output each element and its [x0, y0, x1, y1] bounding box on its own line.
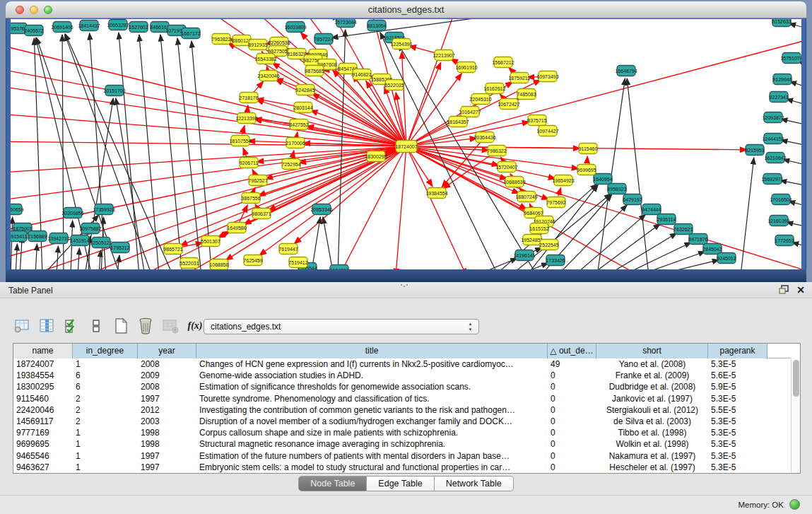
- network-node[interactable]: 7632621: [673, 224, 693, 235]
- network-node[interactable]: 8471876: [688, 234, 707, 245]
- network-node[interactable]: 9129946: [772, 74, 792, 85]
- network-node[interactable]: 17016504: [770, 194, 792, 205]
- network-node[interactable]: 5501307: [201, 236, 220, 247]
- tab-node-table[interactable]: Node Table: [298, 476, 367, 491]
- network-node[interactable]: 3915411: [11, 231, 27, 242]
- network-node[interactable]: 2935114: [657, 214, 676, 225]
- network-node[interactable]: 9474444: [642, 204, 661, 215]
- network-node[interactable]: 5522031: [180, 258, 199, 269]
- network-canvas[interactable]: 1953764240557220691406184144371065328715…: [11, 19, 801, 269]
- network-node[interactable]: 12213398: [235, 113, 257, 124]
- network-node[interactable]: 1733426: [546, 255, 565, 266]
- network-node[interactable]: 15692971: [761, 174, 783, 185]
- new-column-icon[interactable]: [112, 317, 130, 335]
- table-selector-dropdown[interactable]: citations_edges.txt ▲▼: [204, 319, 479, 334]
- network-node[interactable]: 18414437: [78, 21, 100, 31]
- network-node[interactable]: 1527602: [129, 22, 148, 33]
- delete-table-icon[interactable]: [161, 317, 180, 335]
- network-node[interactable]: 30975887: [79, 223, 101, 234]
- network-node[interactable]: 1667172: [181, 28, 200, 39]
- close-icon[interactable]: ✕: [796, 284, 805, 296]
- panel-resize-grip[interactable]: [400, 284, 408, 288]
- network-node[interactable]: 2803144: [293, 103, 312, 113]
- tab-edge-table[interactable]: Edge Table: [367, 476, 434, 491]
- network-node[interactable]: 1640954: [593, 174, 612, 185]
- column-header-out_degree[interactable]: △ out_de…: [548, 344, 596, 358]
- network-node[interactable]: 3867556: [241, 193, 260, 204]
- network-node[interactable]: 9227343: [769, 92, 788, 103]
- network-node[interactable]: 16961910: [455, 62, 477, 73]
- memory-status-indicator-icon[interactable]: [789, 499, 800, 510]
- table-row[interactable]: 946554611997Estimation of the future num…: [13, 450, 791, 462]
- network-node[interactable]: 13942737: [47, 233, 69, 244]
- network-node[interactable]: 1615152: [529, 223, 548, 234]
- network-node[interactable]: 8215953: [745, 145, 764, 156]
- network-node[interactable]: 10974427: [536, 126, 558, 136]
- network-node[interactable]: 2522545: [539, 240, 558, 250]
- network-node[interactable]: 9115460: [579, 144, 598, 154]
- network-node[interactable]: 7619447: [278, 244, 298, 255]
- network-node[interactable]: 9242845: [295, 85, 314, 95]
- column-header-in_degree[interactable]: in_degree: [73, 344, 138, 358]
- network-node[interactable]: 10672427: [498, 99, 519, 110]
- network-node[interactable]: 1795212: [110, 243, 129, 253]
- network-node[interactable]: 8813054: [367, 21, 386, 31]
- network-node[interactable]: 20206856: [61, 208, 83, 218]
- network-node[interactable]: 20364436: [473, 132, 495, 143]
- network-node[interactable]: 16033809: [284, 22, 306, 33]
- network-node[interactable]: 7962527: [248, 175, 267, 186]
- network-node[interactable]: 8375715: [527, 115, 546, 126]
- network-node-hub[interactable]: 18724007: [395, 141, 417, 153]
- network-node[interactable]: 9206711: [240, 158, 259, 168]
- row-height-icon[interactable]: [87, 317, 105, 335]
- column-header-name[interactable]: name: [13, 344, 73, 358]
- network-node[interactable]: 10653287: [107, 20, 129, 30]
- tab-network-table[interactable]: Network Table: [435, 476, 514, 491]
- network-node[interactable]: 8912935: [248, 40, 267, 50]
- network-node[interactable]: 18107554: [229, 136, 251, 146]
- table-row[interactable]: 969969511998Structural magnetic resonanc…: [13, 438, 791, 450]
- network-node[interactable]: 9146821: [352, 69, 371, 80]
- network-node[interactable]: 7625459: [243, 255, 262, 266]
- network-node[interactable]: 7986322: [487, 146, 506, 156]
- network-node[interactable]: 6479197: [623, 194, 642, 205]
- network-node[interactable]: 8427552: [289, 119, 308, 130]
- network-node[interactable]: 2718176: [239, 93, 258, 103]
- function-builder-icon[interactable]: f(x): [186, 317, 204, 335]
- network-node[interactable]: 10688639: [503, 177, 525, 187]
- column-header-pagerank[interactable]: pagerank: [708, 344, 767, 358]
- network-node[interactable]: 9875685: [305, 66, 324, 76]
- network-node[interactable]: 7963822: [211, 34, 230, 45]
- network-node[interactable]: 20691406: [51, 22, 73, 33]
- network-node[interactable]: 22045310: [469, 94, 491, 105]
- network-node[interactable]: 7519412: [288, 257, 307, 268]
- select-columns-icon[interactable]: [62, 317, 81, 335]
- scrollbar-thumb[interactable]: [793, 360, 799, 397]
- network-node[interactable]: 23420046: [257, 71, 279, 81]
- network-node[interactable]: 10973493: [536, 71, 558, 82]
- network-node[interactable]: 1772653: [775, 235, 794, 246]
- column-header-year[interactable]: year: [138, 344, 196, 358]
- table-row[interactable]: 1456911722003Disruption of a novel membe…: [13, 416, 791, 427]
- network-node[interactable]: 16162612: [483, 83, 505, 94]
- network-node[interactable]: 7485083: [517, 89, 536, 100]
- network-node[interactable]: 10164277: [459, 107, 481, 117]
- table-row[interactable]: 1872400712008Changes of HCN gene express…: [13, 358, 791, 370]
- network-node[interactable]: 16210643: [764, 153, 786, 163]
- network-node[interactable]: 12254391: [390, 39, 412, 49]
- network-node[interactable]: 2170006: [286, 138, 305, 148]
- table-row[interactable]: 977716911998Corpus callosum shape and si…: [13, 427, 791, 438]
- network-node[interactable]: 14196141: [513, 250, 535, 261]
- network-node[interactable]: 18807249: [515, 192, 537, 202]
- network-node[interactable]: 12444159: [762, 134, 784, 144]
- table-row[interactable]: 911546021997Tourette syndrome. Phenomeno…: [13, 393, 791, 404]
- network-node[interactable]: 2405572: [24, 25, 43, 36]
- network-node[interactable]: 16648794: [615, 66, 637, 76]
- network-node[interactable]: 15720407: [495, 162, 517, 173]
- network-node[interactable]: 25260659: [11, 204, 24, 215]
- network-graph[interactable]: 1953764240557220691406184144371065328715…: [11, 19, 801, 269]
- table-row[interactable]: 1830029562008Estimation of significance …: [13, 381, 791, 392]
- network-node[interactable]: 1068858: [209, 259, 228, 270]
- network-node[interactable]: 18300295: [365, 151, 387, 162]
- table-mode-icon[interactable]: [13, 317, 31, 335]
